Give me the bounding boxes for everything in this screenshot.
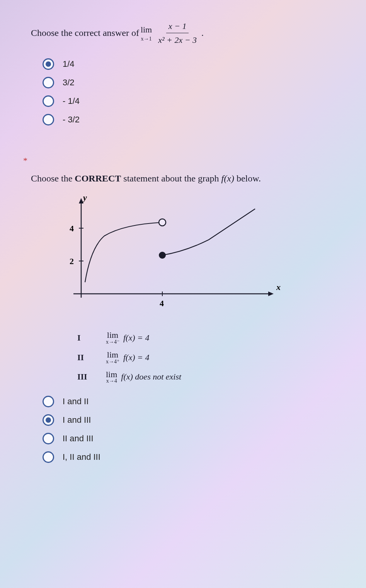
curve-left — [85, 222, 162, 282]
q2-bold: CORRECT — [75, 173, 121, 183]
q1-options: 1/4 3/2 - 1/4 - 3/2 — [43, 58, 335, 125]
q1-prompt: Choose the correct answer of lim x→1 x −… — [31, 19, 335, 47]
lim-label: lim — [141, 23, 152, 36]
statements: I lim x→4⁻ f(x) = 4 II lim x→4⁺ f(x) = 4… — [77, 330, 335, 384]
q2-suffix: statement about the graph — [121, 173, 221, 183]
q1-option-1[interactable]: 3/2 — [43, 77, 335, 88]
radio-icon[interactable] — [43, 58, 54, 70]
radio-icon[interactable] — [43, 396, 54, 407]
y-axis-label: y — [82, 193, 87, 202]
y-tick-label-2: 2 — [70, 256, 74, 266]
statement-III: III lim x→4 f(x) does not exist — [77, 369, 335, 384]
radio-icon[interactable] — [43, 433, 54, 444]
expr-III: f(x) does not exist — [121, 372, 181, 382]
q1-option-3[interactable]: - 3/2 — [43, 114, 335, 125]
radio-icon[interactable] — [43, 114, 54, 125]
x-tick-label-4: 4 — [160, 298, 164, 308]
q1-option-2[interactable]: - 1/4 — [43, 95, 335, 107]
q1-option-label-2: - 1/4 — [63, 96, 80, 106]
question-2: Choose the CORRECT statement about the g… — [23, 169, 343, 474]
q2-option-label-0: I and II — [63, 397, 89, 407]
statement-I: I lim x→4⁻ f(x) = 4 — [77, 330, 335, 345]
q1-prefix: Choose the correct answer of — [31, 25, 139, 40]
y-tick-label-4: 4 — [70, 224, 74, 233]
expr-I: f(x) = 4 — [123, 333, 149, 343]
radio-icon[interactable] — [43, 77, 54, 88]
q1-option-0[interactable]: 1/4 — [43, 58, 335, 70]
question-1: Choose the correct answer of lim x→1 x −… — [23, 15, 343, 136]
expr-II: f(x) = 4 — [123, 352, 149, 363]
open-circle-icon — [159, 219, 166, 226]
roman-III: III — [77, 372, 104, 382]
radio-icon[interactable] — [43, 414, 54, 426]
radio-icon[interactable] — [43, 95, 54, 107]
lim-III: lim x→4 — [106, 369, 117, 384]
radio-icon[interactable] — [43, 451, 54, 463]
x-arrow-icon — [268, 291, 274, 296]
q2-option-label-1: I and III — [63, 415, 91, 425]
q2-tail: below. — [234, 173, 261, 183]
q2-option-1[interactable]: I and III — [43, 414, 335, 426]
q2-fx: f(x) — [221, 173, 234, 183]
q1-period: . — [201, 25, 204, 40]
q2-option-label-2: II and III — [63, 434, 94, 444]
statement-II: II lim x→4⁺ f(x) = 4 — [77, 350, 335, 365]
roman-II: II — [77, 352, 104, 363]
roman-I: I — [77, 333, 104, 343]
graph: 4 2 4 y x — [54, 193, 335, 319]
q1-option-label-1: 3/2 — [63, 78, 75, 88]
q2-option-label-3: I, II and III — [63, 452, 100, 462]
q1-option-label-0: 1/4 — [63, 59, 75, 69]
x-axis-label: x — [276, 282, 281, 292]
q2-prompt: Choose the CORRECT statement about the g… — [31, 173, 335, 184]
q2-option-2[interactable]: II and III — [43, 433, 335, 444]
required-marker: * — [23, 156, 343, 166]
q2-prefix: Choose the — [31, 173, 75, 183]
fraction: x − 1 x² + 2x − 3 — [156, 19, 199, 47]
limit-notation: lim x→1 — [141, 23, 152, 44]
closed-circle-icon — [159, 252, 166, 259]
graph-svg: 4 2 4 y x — [54, 193, 286, 317]
q2-options: I and II I and III II and III I, II and … — [43, 396, 335, 463]
lim-II: lim x→4⁺ — [106, 350, 119, 365]
q2-option-0[interactable]: I and II — [43, 396, 335, 407]
q1-option-label-3: - 3/2 — [63, 115, 80, 125]
lim-I: lim x→4⁻ — [106, 330, 119, 345]
denominator: x² + 2x − 3 — [156, 33, 199, 47]
q2-option-3[interactable]: I, II and III — [43, 451, 335, 463]
curve-right — [162, 209, 255, 255]
numerator: x − 1 — [166, 19, 189, 33]
lim-sub: x→1 — [141, 35, 152, 43]
